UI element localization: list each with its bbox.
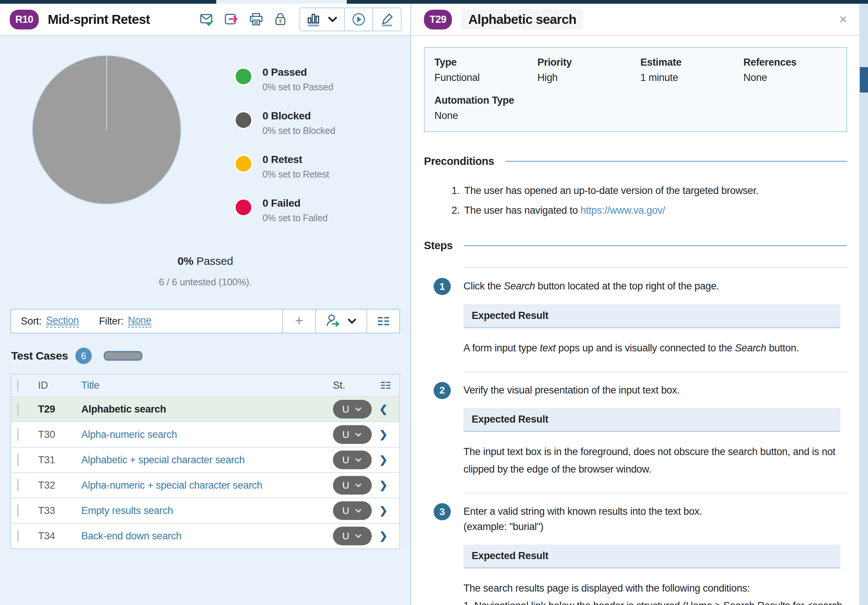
preconditions-list: 1. The user has opened an up-to-date ver… bbox=[424, 183, 847, 218]
status-dropdown[interactable]: U bbox=[333, 476, 372, 495]
status-dropdown[interactable]: U bbox=[333, 527, 372, 545]
legend-title: 0 Failed bbox=[262, 197, 327, 209]
columns-icon bbox=[376, 314, 391, 329]
open-detail-chevron[interactable]: ❯ bbox=[379, 454, 399, 466]
open-detail-chevron[interactable]: ❯ bbox=[379, 530, 399, 542]
case-title-link[interactable]: Alpha-numeric search bbox=[81, 429, 333, 441]
panel-scrollbar[interactable] bbox=[859, 4, 868, 605]
table-row[interactable]: T32 Alpha-numeric + special character se… bbox=[11, 472, 399, 498]
legend-item-failed: 0 Failed 0% set to Failed bbox=[234, 197, 335, 223]
detail-body: Type Functional Priority High Estimate 1… bbox=[411, 47, 868, 605]
untested-summary: 6 / 6 untested (100%). bbox=[0, 276, 411, 288]
status-dropdown[interactable]: U bbox=[333, 501, 372, 520]
sort-label: Sort: bbox=[21, 316, 42, 327]
filter-label: Filter: bbox=[99, 316, 123, 327]
section-rule bbox=[464, 245, 847, 246]
header-columns-icon[interactable] bbox=[379, 379, 399, 392]
run-toolbar bbox=[199, 8, 401, 31]
legend-item-blocked: 0 Blocked 0% set to Blocked bbox=[234, 110, 335, 136]
case-title-link[interactable]: Alphabetic + special character search bbox=[81, 454, 333, 466]
open-detail-chevron[interactable]: ❯ bbox=[379, 505, 399, 517]
legend-item-passed: 0 Passed 0% set to Passed bbox=[234, 67, 335, 93]
open-detail-chevron[interactable]: ❯ bbox=[379, 428, 399, 441]
row-checkbox[interactable] bbox=[17, 504, 19, 517]
table-row[interactable]: T29 Alphabetic search U ❮ bbox=[11, 396, 399, 422]
preconditions-heading: Preconditions bbox=[424, 155, 494, 168]
table-row[interactable]: T31 Alphabetic + special character searc… bbox=[11, 447, 399, 472]
steps-list: 1 Click the Search button located at the… bbox=[424, 267, 847, 605]
filter-value-link[interactable]: None bbox=[128, 315, 151, 327]
row-checkbox[interactable] bbox=[17, 479, 19, 492]
status-dropdown[interactable]: U bbox=[333, 425, 372, 444]
legend-subtitle: 0% set to Failed bbox=[262, 213, 327, 223]
legend-subtitle: 0% set to Blocked bbox=[262, 125, 335, 136]
type-label: Type bbox=[434, 57, 537, 68]
expected-result-text: The input text box is in the foreground,… bbox=[463, 443, 844, 478]
close-icon[interactable]: × bbox=[839, 13, 847, 26]
row-checkbox[interactable] bbox=[17, 530, 19, 542]
run-actions-group bbox=[299, 8, 401, 31]
case-id: T31 bbox=[38, 454, 81, 466]
edit-pencil-icon bbox=[379, 12, 395, 27]
table-row[interactable]: T33 Empty results search U ❯ bbox=[11, 498, 399, 523]
header-status[interactable]: St. bbox=[333, 380, 379, 391]
references-label: References bbox=[744, 57, 846, 68]
sort-value-link[interactable]: Section bbox=[46, 315, 79, 327]
retest-dot bbox=[234, 154, 253, 173]
priority-value: High bbox=[537, 72, 640, 84]
status-pie-chart bbox=[32, 55, 181, 205]
case-title-link[interactable]: Alpha-numeric + special character search bbox=[81, 480, 333, 491]
plus-icon: + bbox=[295, 313, 303, 329]
pass-rate-summary: 0% Passed bbox=[0, 255, 411, 267]
collapse-detail-chevron[interactable]: ❮ bbox=[379, 403, 399, 415]
chevron-down-icon bbox=[327, 14, 338, 25]
case-id: T34 bbox=[38, 531, 81, 542]
legend-title: 0 Blocked bbox=[262, 110, 335, 122]
preconditions-section-head: Preconditions bbox=[424, 155, 847, 168]
select-all-checkbox[interactable] bbox=[17, 379, 19, 392]
add-test-case-button[interactable]: + bbox=[282, 310, 315, 333]
run-title: Mid-sprint Retest bbox=[48, 12, 150, 27]
sort-filter-labels: Sort: Section Filter: None bbox=[11, 310, 282, 333]
passed-dot bbox=[234, 67, 253, 86]
open-detail-chevron[interactable]: ❯ bbox=[379, 479, 399, 491]
row-checkbox[interactable] bbox=[17, 403, 19, 416]
chevron-down-icon bbox=[347, 316, 357, 326]
step-description: Enter a valid string with known results … bbox=[463, 493, 844, 534]
row-checkbox[interactable] bbox=[17, 454, 19, 466]
scrollbar-thumb[interactable] bbox=[860, 67, 868, 93]
table-header-row: ID Title St. bbox=[11, 374, 399, 396]
step-item: 3 Enter a valid string with known result… bbox=[424, 493, 847, 605]
case-title-link[interactable]: Back-end down search bbox=[81, 531, 333, 542]
test-case-detail-panel: T29 Alphabetic search × Type Functional … bbox=[411, 4, 868, 605]
email-report-icon[interactable] bbox=[199, 11, 215, 28]
export-icon[interactable] bbox=[223, 11, 240, 28]
edit-run-button[interactable] bbox=[372, 8, 401, 31]
run-tests-button[interactable] bbox=[344, 8, 372, 31]
case-title-link[interactable]: Empty results search bbox=[81, 505, 333, 517]
step-number-badge: 2 bbox=[434, 382, 451, 399]
lock-icon[interactable] bbox=[273, 11, 289, 28]
status-dropdown[interactable]: U bbox=[333, 400, 372, 419]
table-row[interactable]: T34 Back-end down search U ❯ bbox=[11, 523, 399, 548]
case-id: T30 bbox=[38, 429, 81, 441]
case-meta-card: Type Functional Priority High Estimate 1… bbox=[424, 47, 847, 132]
case-title: Alphabetic search bbox=[462, 9, 583, 30]
header-id[interactable]: ID bbox=[38, 380, 81, 391]
chart-dropdown-button[interactable] bbox=[300, 8, 344, 31]
table-row[interactable]: T30 Alpha-numeric search U ❯ bbox=[11, 422, 399, 447]
print-icon[interactable] bbox=[248, 11, 264, 28]
pass-percent: 0% bbox=[177, 255, 194, 267]
status-dropdown[interactable]: U bbox=[333, 451, 372, 469]
steps-section-head: Steps bbox=[424, 239, 847, 252]
pass-label: Passed bbox=[194, 255, 233, 267]
row-checkbox[interactable] bbox=[17, 428, 19, 441]
columns-button[interactable] bbox=[366, 310, 399, 333]
case-title-link[interactable]: Alphabetic search bbox=[81, 403, 333, 415]
step-description: Click the Search button located at the t… bbox=[463, 268, 844, 294]
test-cases-progress-bar bbox=[104, 351, 143, 361]
assign-to-button[interactable] bbox=[315, 310, 366, 333]
assign-user-icon bbox=[325, 313, 341, 329]
bar-chart-icon bbox=[306, 12, 322, 27]
header-title[interactable]: Title bbox=[81, 380, 333, 391]
